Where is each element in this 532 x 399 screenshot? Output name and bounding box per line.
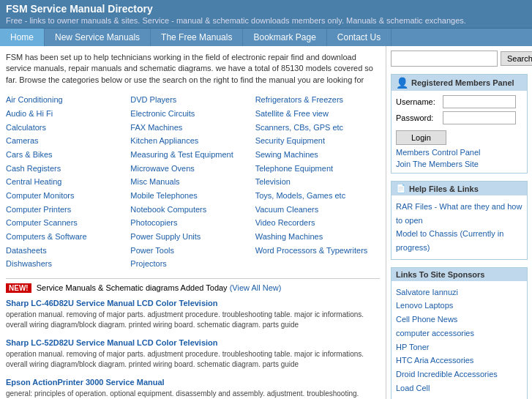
cat-washing-machines[interactable]: Washing Machines: [255, 230, 380, 244]
members-panel-title: Registered Members Panel: [411, 78, 514, 87]
search-box: Search: [391, 51, 528, 67]
nav-contact[interactable]: Contact Us: [327, 29, 391, 46]
members-icon: 👤: [396, 77, 408, 89]
members-control-link[interactable]: Members Control Panel: [396, 148, 522, 157]
divider-1: [6, 278, 380, 279]
manual-title-0[interactable]: Sharp LC-46D82U Service Manual LCD Color…: [6, 299, 218, 307]
manual-desc-2: general: principles of operation. option…: [6, 389, 380, 399]
join-members-link[interactable]: Join The Members Site: [396, 160, 522, 168]
help-link-chassis[interactable]: Model to Chassis (Currently in progress): [396, 227, 522, 254]
cat-mobile-telephones[interactable]: Mobile Telephones: [130, 189, 255, 203]
manual-desc-1: operation manual. removing of major part…: [6, 349, 380, 370]
cat-sewing-machines[interactable]: Sewing Machines: [255, 148, 380, 162]
cat-scanners-cbs[interactable]: Scanners, CBs, GPS etc: [255, 121, 380, 135]
cat-telephone[interactable]: Telephone Equipment: [255, 162, 380, 176]
search-button[interactable]: Search: [501, 51, 532, 66]
login-button[interactable]: Login: [396, 130, 446, 145]
username-input[interactable]: [443, 95, 516, 108]
cat-photocopiers[interactable]: Photocopiers: [130, 216, 255, 230]
sponsors-panel-header: Links To Site Sponsors: [391, 268, 527, 281]
new-service-text: Service Manuals & Schematic diagrams Add…: [37, 283, 228, 292]
cat-power-supply[interactable]: Power Supply Units: [130, 230, 255, 244]
manual-title-2[interactable]: Epson ActionPrinter 3000 Service Manual: [6, 378, 165, 387]
manual-desc-0: operation manual. removing of major part…: [6, 310, 380, 330]
cat-vacuum-cleaners[interactable]: Vacuum Cleaners: [255, 203, 380, 217]
cat-projectors[interactable]: Projectors: [130, 257, 255, 271]
help-panel-body: RAR Files - What are they and how to ope…: [391, 195, 527, 259]
site-header: FSM Service Manual Directory Free - link…: [0, 0, 532, 28]
password-label: Password:: [396, 113, 440, 122]
sponsor-link-6[interactable]: Droid Incredible Accessories: [396, 368, 522, 381]
sponsors-panel-body: Salvatore Iannuzi Lenovo Laptops Cell Ph…: [391, 281, 527, 399]
sponsor-link-0[interactable]: Salvatore Iannuzi: [396, 286, 522, 299]
manual-entry-1: Sharp LC-52D82U Service Manual LCD Color…: [6, 338, 380, 370]
sponsor-link-1[interactable]: Lenovo Laptops: [396, 299, 522, 313]
cat-kitchen-appliances[interactable]: Kitchen Appliances: [130, 134, 255, 148]
new-service-line: NEW! Service Manuals & Schematic diagram…: [6, 283, 380, 292]
cat-refrigerators[interactable]: Refrigerators & Freezers: [255, 93, 380, 107]
cat-power-tools[interactable]: Power Tools: [130, 244, 255, 258]
new-badge: NEW!: [6, 283, 31, 293]
search-input[interactable]: [391, 51, 498, 67]
cat-audio-hifi[interactable]: Audio & Hi Fi: [6, 107, 130, 121]
cat-computer-monitors[interactable]: Computer Monitors: [6, 189, 130, 203]
cat-satellite[interactable]: Satellite & Free view: [255, 107, 380, 121]
sponsors-panel: Links To Site Sponsors Salvatore Iannuzi…: [391, 267, 528, 399]
cat-cash-registers[interactable]: Cash Registers: [6, 162, 130, 176]
sponsor-link-5[interactable]: HTC Aria Accessories: [396, 354, 522, 368]
members-panel-body: Username: Password: Login Members Contro…: [391, 91, 527, 173]
cat-television[interactable]: Television: [255, 175, 380, 189]
site-subtitle: Free - links to owner manuals & sites. S…: [6, 16, 526, 25]
cat-fax-machines[interactable]: FAX Machines: [130, 121, 255, 135]
cat-electronic-circuits[interactable]: Electronic Circuits: [130, 107, 255, 121]
categories-section: Air Conditioning Audio & Hi Fi Calculato…: [6, 93, 380, 271]
manual-entry-2: Epson ActionPrinter 3000 Service Manual …: [6, 377, 380, 399]
help-panel-title: Help Files & Links: [409, 184, 479, 193]
cat-cars-bikes[interactable]: Cars & Bikes: [6, 148, 130, 162]
cat-microwave-ovens[interactable]: Microwave Ovens: [130, 162, 255, 176]
cat-video-recorders[interactable]: Video Recorders: [255, 216, 380, 230]
cat-toys-models[interactable]: Toys, Models, Games etc: [255, 189, 380, 203]
view-all-new-link[interactable]: (View All New): [230, 283, 282, 292]
manual-entry-0: Sharp LC-46D82U Service Manual LCD Color…: [6, 298, 380, 330]
cat-cameras[interactable]: Cameras: [6, 134, 130, 148]
sponsor-link-2[interactable]: Cell Phone News: [396, 313, 522, 327]
sponsor-link-7[interactable]: Load Cell: [396, 381, 522, 395]
main-layout: FSM has been set up to help technicians …: [0, 46, 532, 399]
nav-bookmark[interactable]: Bookmark Page: [243, 29, 326, 46]
help-panel: 📄 Help Files & Links RAR Files - What ar…: [391, 181, 528, 260]
cat-computer-printers[interactable]: Computer Printers: [6, 203, 130, 217]
cat-central-heating[interactable]: Central Heating: [6, 175, 130, 189]
cat-air-conditioning[interactable]: Air Conditioning: [6, 93, 130, 107]
cat-word-processors[interactable]: Word Processors & Typewriters: [255, 244, 380, 258]
manual-title-1[interactable]: Sharp LC-52D82U Service Manual LCD Color…: [6, 338, 218, 347]
nav-home[interactable]: Home: [0, 29, 45, 46]
password-input[interactable]: [443, 111, 516, 124]
category-col-1: Air Conditioning Audio & Hi Fi Calculato…: [6, 93, 130, 271]
sponsors-panel-title: Links To Site Sponsors: [396, 270, 484, 279]
username-label: Username:: [396, 97, 440, 106]
help-icon: 📄: [396, 184, 406, 193]
nav-new-manuals[interactable]: New Service Manuals: [45, 29, 151, 46]
cat-datasheets[interactable]: Datasheets: [6, 244, 130, 258]
cat-measuring-test[interactable]: Measuring & Test Equipment: [130, 148, 255, 162]
password-row: Password:: [396, 111, 522, 124]
username-row: Username:: [396, 95, 522, 108]
cat-misc-manuals[interactable]: Misc Manuals: [130, 175, 255, 189]
cat-dishwashers[interactable]: Dishwashers: [6, 257, 130, 271]
sponsor-link-4[interactable]: HP Toner: [396, 340, 522, 354]
intro-text: FSM has been set up to help technicians …: [6, 52, 380, 86]
cat-dvd-players[interactable]: DVD Players: [130, 93, 255, 107]
cat-calculators[interactable]: Calculators: [6, 121, 130, 135]
cat-computer-scanners[interactable]: Computer Scanners: [6, 216, 130, 230]
content-area: FSM has been set up to help technicians …: [0, 46, 386, 399]
nav-free-manuals[interactable]: The Free Manuals: [151, 29, 243, 46]
sponsor-link-3[interactable]: computer accessories: [396, 327, 522, 340]
category-col-3: Refrigerators & Freezers Satellite & Fre…: [255, 93, 380, 271]
members-panel-header: 👤 Registered Members Panel: [391, 75, 527, 91]
cat-computers-software[interactable]: Computers & Software: [6, 230, 130, 244]
cat-security[interactable]: Security Equipment: [255, 134, 380, 148]
cat-notebook-computers[interactable]: Notebook Computers: [130, 203, 255, 217]
help-link-rar[interactable]: RAR Files - What are they and how to ope…: [396, 200, 522, 227]
members-panel: 👤 Registered Members Panel Username: Pas…: [391, 74, 528, 174]
